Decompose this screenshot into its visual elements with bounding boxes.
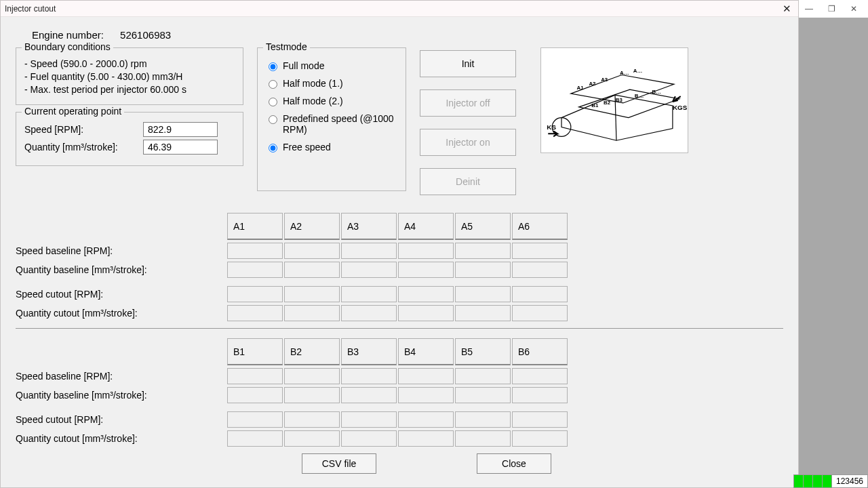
data-cell (341, 430, 397, 447)
status-text: 123456 (832, 476, 867, 486)
testmode-legend: Testmode (263, 41, 310, 52)
svg-text:A…: A… (633, 68, 643, 74)
predefined-speed-label: Predefined speed (@1000 RPM) (283, 113, 397, 135)
column-header[interactable]: A3 (341, 213, 397, 240)
svg-text:B1: B1 (591, 102, 599, 108)
data-cell (398, 286, 454, 302)
engine-number-value: 526106983 (120, 29, 171, 41)
data-cell (512, 305, 568, 321)
column-header[interactable]: A5 (455, 213, 511, 240)
full-mode-radio[interactable] (269, 62, 277, 71)
window-title: Injector cutout (5, 4, 56, 14)
titlebar: Injector cutout ✕ (1, 1, 798, 17)
column-header[interactable]: B2 (284, 338, 340, 365)
data-cell (341, 387, 397, 403)
data-cell (455, 286, 511, 302)
status-bar: 123456 (793, 474, 868, 488)
data-cell (512, 411, 568, 428)
column-header[interactable]: B6 (512, 338, 568, 365)
bg-close-button[interactable]: ✕ (850, 4, 857, 14)
data-cell (227, 430, 283, 447)
data-cell (341, 262, 397, 278)
data-cell (227, 305, 283, 321)
svg-text:B…: B… (652, 89, 661, 95)
data-cell (455, 430, 511, 447)
quantity-input[interactable] (143, 140, 218, 155)
column-header[interactable]: A2 (284, 213, 340, 240)
quantity-label: Quantity [mm³/stroke]: (24, 142, 143, 152)
row-label: Speed cutout [RPM]: (16, 289, 226, 300)
data-cell (398, 243, 454, 259)
predefined-speed-radio[interactable] (269, 115, 277, 124)
column-header[interactable]: A4 (398, 213, 454, 240)
engine-diagram: A1 A2 A3 A… A… B1 B2 B3 B… B… KS (540, 47, 688, 153)
data-cell (512, 243, 568, 259)
svg-text:A1: A1 (577, 85, 585, 91)
data-cell (455, 411, 511, 428)
testmode-group: Testmode Full mode Half mode (1.) Half m… (257, 47, 406, 191)
boundary-item: Max. test period per injector 60.000 s (24, 83, 235, 96)
boundary-item: Speed (590.0 - 2000.0) rpm (24, 58, 235, 70)
half-mode-2-radio[interactable] (269, 98, 277, 106)
row-label: Speed baseline [RPM]: (16, 245, 226, 256)
half-mode-1-radio[interactable] (269, 80, 277, 89)
current-operating-point-group: Current operating point Speed [RPM]: Qua… (16, 112, 243, 166)
bg-maximize-button[interactable]: ❐ (828, 4, 835, 14)
table-b: B1B2B3B4B5B6Speed baseline [RPM]:Quantit… (16, 338, 783, 447)
data-cell (227, 387, 283, 403)
data-cell (341, 305, 397, 321)
boundary-item: Fuel quantity (5.00 - 430.00) mm3/H (24, 70, 235, 83)
svg-text:B2: B2 (604, 100, 611, 106)
bg-minimize-button[interactable]: — (805, 4, 813, 14)
data-cell (341, 411, 397, 428)
injector-on-button[interactable]: Injector on (420, 129, 516, 156)
row-label: Speed baseline [RPM]: (16, 371, 226, 382)
data-cell (398, 387, 454, 403)
column-header[interactable]: B5 (455, 338, 511, 365)
svg-text:A…: A… (620, 70, 629, 76)
data-cell (284, 262, 340, 278)
row-label: Quantity cutout [mm³/stroke]: (16, 433, 226, 444)
row-label: Quantity baseline [mm³/stroke]: (16, 390, 226, 401)
data-cell (284, 368, 340, 384)
data-cell (398, 411, 454, 428)
row-label: Quantity cutout [mm³/stroke]: (16, 308, 226, 319)
data-cell (284, 243, 340, 259)
window-close-button[interactable]: ✕ (780, 3, 794, 15)
data-cell (284, 387, 340, 403)
column-header[interactable]: A6 (512, 213, 568, 240)
column-header[interactable]: B1 (227, 338, 283, 365)
data-cell (341, 286, 397, 302)
data-cell (398, 305, 454, 321)
svg-text:KS: KS (547, 123, 556, 131)
svg-text:B…: B… (635, 93, 644, 99)
close-button[interactable]: Close (477, 453, 551, 474)
data-cell (455, 368, 511, 384)
csv-file-button[interactable]: CSV file (302, 453, 376, 474)
status-indicator (813, 475, 823, 487)
table-separator (16, 328, 783, 329)
half-mode-1-label: Half mode (1.) (283, 78, 343, 89)
free-speed-radio[interactable] (269, 144, 277, 152)
boundary-conditions-group: Boundary conditions Speed (590.0 - 2000.… (16, 47, 243, 105)
status-indicator (804, 475, 813, 487)
row-label: Speed cutout [RPM]: (16, 414, 226, 425)
deinit-button[interactable]: Deinit (420, 168, 516, 195)
data-cell (455, 262, 511, 278)
data-cell (398, 368, 454, 384)
column-header[interactable]: B3 (341, 338, 397, 365)
init-button[interactable]: Init (420, 50, 516, 77)
svg-text:KGS: KGS (673, 104, 688, 111)
data-cell (284, 286, 340, 302)
engine-number-row: Engine number: 526106983 (32, 29, 770, 41)
injector-off-button[interactable]: Injector off (420, 89, 516, 117)
speed-input[interactable] (143, 122, 218, 137)
data-cell (398, 430, 454, 447)
status-indicator (794, 475, 804, 487)
column-header[interactable]: B4 (398, 338, 454, 365)
column-header[interactable]: A1 (227, 213, 283, 240)
data-cell (284, 430, 340, 447)
svg-text:A2: A2 (589, 81, 596, 87)
data-cell (398, 262, 454, 278)
data-cell (227, 286, 283, 302)
